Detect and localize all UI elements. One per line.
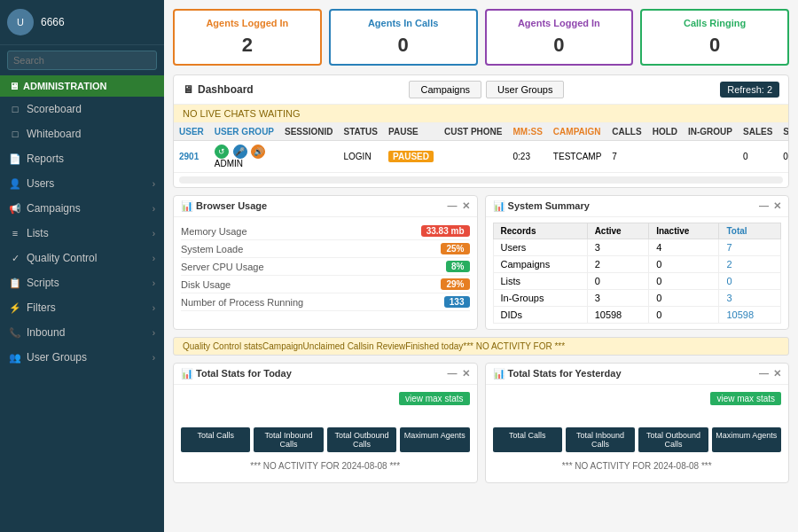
td-status: LOGIN (339, 141, 384, 173)
dashboard-tabs: Campaigns User Groups (409, 81, 564, 98)
th-pause: PAUSE (383, 123, 439, 141)
system-summary-header: 📊 System Summary — ✕ (486, 196, 789, 217)
td-user-group: ↺ 🎤 🔊 ADMIN (209, 141, 279, 173)
sidebar-item-user-groups[interactable]: 👥User Groups › (0, 345, 164, 370)
stats-bar: Quality Control statsCampaignUnclaimed C… (173, 337, 789, 356)
close-icon[interactable]: ✕ (462, 200, 470, 212)
sidebar-item-filters[interactable]: ⚡Filters › (0, 295, 164, 320)
td-sales: 0 (738, 141, 778, 173)
browser-usage-controls: — ✕ (448, 200, 470, 212)
usage-item-memory: Memory Usage 33.83 mb (181, 223, 470, 240)
sys-label-lists: Lists (493, 273, 587, 290)
total-stats-yesterday-title: 📊 Total Stats for Yesterday (493, 368, 622, 379)
stat-card-label-4: Calls Ringing (651, 18, 778, 28)
th-campaign: CAMPAIGN (548, 123, 606, 141)
sys-label-campaigns: Campaigns (493, 256, 587, 273)
agent-table-body: 2901 ↺ 🎤 🔊 ADMIN LOGIN PAUSED 0:23 TESTC… (174, 141, 788, 173)
sidebar-header: U 6666 (0, 0, 164, 45)
sys-inactive-ingroups: 0 (649, 290, 719, 307)
close-icon-3[interactable]: ✕ (462, 368, 470, 379)
sys-total-ingroups: 3 (719, 290, 781, 307)
td-sph: 0.00 (778, 141, 788, 173)
yesterday-col-inbound: Total Inbound Calls (566, 427, 635, 452)
action-icon-green[interactable]: ↺ (215, 145, 229, 159)
td-user: 2901 (174, 141, 209, 173)
th-active: Active (587, 223, 649, 239)
user-link[interactable]: 2901 (179, 152, 199, 161)
th-inactive: Inactive (649, 223, 719, 239)
sys-total-users: 7 (719, 239, 781, 256)
system-summary-controls: — ✕ (759, 200, 781, 212)
lists-arrow: › (153, 229, 155, 239)
stat-card-agents-in-calls: Agents In Calls 0 (329, 9, 478, 66)
scripts-arrow: › (153, 278, 155, 288)
view-max-today-button[interactable]: view max stats (399, 392, 470, 405)
whiteboard-icon: □ (9, 128, 21, 140)
th-in-group: IN-GROUP (683, 123, 738, 141)
refresh-button[interactable]: Refresh: 2 (720, 82, 779, 98)
td-in-group (683, 141, 738, 173)
close-icon-4[interactable]: ✕ (773, 368, 781, 379)
browser-usage-header: 📊 Browser Usage — ✕ (174, 196, 477, 217)
stats-yesterday-icon: 📊 (493, 368, 505, 379)
action-icon-blue[interactable]: 🎤 (233, 145, 247, 159)
filters-icon: ⚡ (9, 301, 21, 314)
view-max-yesterday-button[interactable]: view max stats (710, 392, 781, 405)
minimize-icon[interactable]: — (448, 200, 458, 212)
sys-row-dids: DIDs 10598 0 10598 (493, 307, 781, 324)
minimize-icon-3[interactable]: — (448, 368, 458, 379)
system-summary-thead: Records Active Inactive Total (493, 223, 781, 239)
system-summary-table: Records Active Inactive Total Users 3 4 … (493, 223, 782, 324)
system-load-value: 25% (441, 243, 469, 254)
sidebar-item-scripts[interactable]: 📋Scripts › (0, 270, 164, 295)
sidebar-item-lists[interactable]: ≡Lists › (0, 221, 164, 246)
tab-user-groups[interactable]: User Groups (486, 81, 564, 98)
agent-table-head: USER USER GROUP SESSIONID STATUS PAUSE C… (174, 123, 788, 141)
browser-usage-panel: 📊 Browser Usage — ✕ Memory Usage 33.83 m… (173, 195, 478, 330)
close-icon-2[interactable]: ✕ (773, 200, 781, 212)
main-content: Agents Logged In 2 Agents In Calls 0 Age… (164, 0, 798, 532)
sys-row-lists: Lists 0 0 0 (493, 273, 781, 290)
stat-card-value-2: 0 (340, 34, 467, 57)
sidebar-item-users[interactable]: 👤Users › (0, 171, 164, 196)
tab-campaigns[interactable]: Campaigns (409, 81, 481, 98)
usage-item-cpu: Server CPU Usage 8% (181, 258, 470, 276)
td-pause: PAUSED (383, 141, 439, 173)
sys-total-dids: 10598 (719, 307, 781, 324)
td-sessionid (279, 141, 338, 173)
sidebar-item-quality-control[interactable]: ✓Quality Control › (0, 246, 164, 270)
sys-inactive-users: 4 (649, 239, 719, 256)
sidebar-item-whiteboard[interactable]: □Whiteboard (0, 121, 164, 146)
sys-active-ingroups: 3 (587, 290, 649, 307)
minimize-icon-4[interactable]: — (759, 368, 769, 379)
sidebar-item-scoreboard[interactable]: □Scoreboard (0, 97, 164, 121)
th-calls: CALLS (606, 123, 646, 141)
agent-table: USER USER GROUP SESSIONID STATUS PAUSE C… (174, 123, 788, 173)
admin-icon: 🖥 (9, 81, 19, 91)
yesterday-col-total-calls: Total Calls (493, 427, 562, 452)
stat-card-agents-logged-in-2: Agents Logged In 0 (485, 9, 634, 66)
sidebar-item-reports[interactable]: 📄Reports (0, 146, 164, 171)
total-stats-yesterday-panel: 📊 Total Stats for Yesterday — ✕ view max… (485, 363, 790, 483)
stat-card-agents-logged-in: Agents Logged In 2 (173, 9, 322, 66)
system-summary-content: Records Active Inactive Total Users 3 4 … (486, 217, 789, 329)
sidebar-item-inbound[interactable]: 📞Inbound › (0, 320, 164, 345)
th-sales: SALES (738, 123, 778, 141)
inbound-icon: 📞 (9, 326, 21, 339)
th-user-group: USER GROUP (209, 123, 279, 141)
sidebar-item-campaigns[interactable]: 📢Campaigns › (0, 196, 164, 221)
system-summary-title: 📊 System Summary (493, 200, 590, 212)
action-icon-orange[interactable]: 🔊 (251, 145, 265, 159)
minimize-icon-2[interactable]: — (759, 200, 769, 212)
scoreboard-icon: □ (9, 103, 21, 115)
table-row: 2901 ↺ 🎤 🔊 ADMIN LOGIN PAUSED 0:23 TESTC… (174, 141, 788, 173)
filters-arrow: › (153, 303, 155, 313)
middle-panels-row: 📊 Browser Usage — ✕ Memory Usage 33.83 m… (173, 195, 789, 330)
memory-value: 33.83 mb (421, 225, 470, 237)
dashboard-panel-header: 🖥 Dashboard Campaigns User Groups Refres… (174, 75, 788, 105)
sys-total-lists: 0 (719, 273, 781, 290)
processes-value: 133 (444, 296, 470, 308)
search-input[interactable] (7, 51, 157, 70)
system-summary-panel: 📊 System Summary — ✕ Records Active Inac… (485, 195, 790, 330)
table-scrollbar[interactable] (179, 176, 783, 184)
